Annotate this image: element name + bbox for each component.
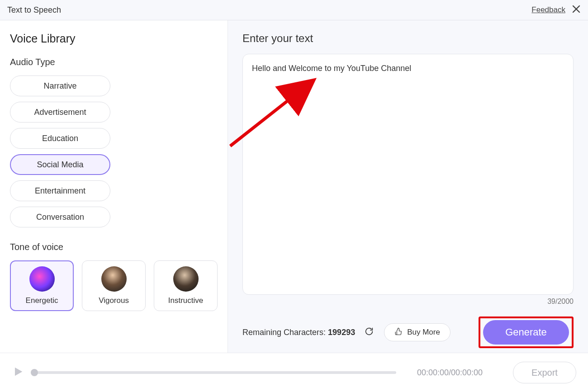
- remaining-value: 199293: [328, 328, 355, 337]
- playback-track[interactable]: [34, 371, 396, 374]
- audio-type-advertisement[interactable]: Advertisement: [10, 102, 110, 123]
- sidebar: Voice Library Audio Type Narrative Adver…: [0, 20, 228, 353]
- avatar-icon: [173, 266, 199, 292]
- tone-grid: Energetic Vigorous Instructive: [10, 260, 218, 311]
- remaining-label: Remaining Characters: 199293: [242, 328, 355, 337]
- tone-label-vigorous: Vigorous: [99, 296, 129, 305]
- audio-type-entertainment[interactable]: Entertainment: [10, 180, 110, 201]
- titlebar-right: Feedback: [531, 5, 581, 15]
- tone-vigorous[interactable]: Vigorous: [82, 260, 146, 311]
- close-icon[interactable]: [572, 5, 581, 15]
- sidebar-heading: Voice Library: [10, 32, 218, 45]
- thumbs-up-icon: [394, 327, 403, 338]
- char-counter: 39/2000: [242, 298, 574, 306]
- tone-energetic[interactable]: Energetic: [10, 260, 74, 311]
- playback-time: 00:00:00/00:00:00: [417, 368, 483, 378]
- text-input[interactable]: [242, 54, 574, 295]
- content-heading: Enter your text: [242, 32, 574, 45]
- playback-thumb[interactable]: [31, 369, 38, 376]
- audio-type-education[interactable]: Education: [10, 128, 110, 149]
- content: Enter your text 39/2000 Remaining Charac…: [228, 20, 588, 353]
- buy-more-button[interactable]: Buy More: [384, 323, 450, 341]
- app-title: Text to Speech: [7, 5, 61, 15]
- audio-type-grid: Narrative Advertisement Education Social…: [10, 76, 218, 227]
- audio-type-label: Audio Type: [10, 57, 218, 67]
- avatar-icon: [101, 266, 127, 292]
- tone-instructive[interactable]: Instructive: [154, 260, 218, 311]
- feedback-link[interactable]: Feedback: [531, 5, 565, 14]
- tone-label-instructive: Instructive: [168, 296, 203, 305]
- refresh-icon[interactable]: [364, 326, 374, 338]
- export-button[interactable]: Export: [513, 362, 576, 383]
- generate-button[interactable]: Generate: [483, 320, 569, 345]
- avatar-icon: [29, 266, 55, 292]
- player-bar: 00:00:00/00:00:00 Export: [0, 353, 588, 392]
- remaining-label-text: Remaining Characters:: [242, 328, 326, 337]
- tone-label: Tone of voice: [10, 242, 218, 252]
- tone-label-energetic: Energetic: [26, 296, 58, 305]
- main: Voice Library Audio Type Narrative Adver…: [0, 20, 588, 353]
- buy-more-label: Buy More: [407, 328, 440, 337]
- action-row: Remaining Characters: 199293 Buy More Ge…: [242, 316, 574, 348]
- audio-type-social-media[interactable]: Social Media: [10, 154, 110, 175]
- play-icon[interactable]: [12, 365, 24, 380]
- titlebar: Text to Speech Feedback: [0, 0, 588, 20]
- audio-type-narrative[interactable]: Narrative: [10, 76, 110, 96]
- audio-type-conversation[interactable]: Conversation: [10, 207, 110, 227]
- generate-highlight-box: Generate: [479, 316, 574, 348]
